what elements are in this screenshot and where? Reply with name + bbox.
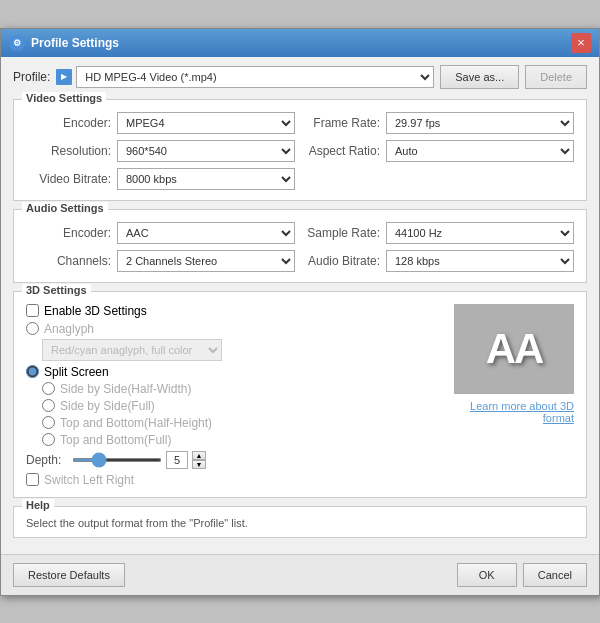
help-section: Help Select the output format from the "… xyxy=(13,506,587,538)
resolution-label: Resolution: xyxy=(26,144,111,158)
save-as-button[interactable]: Save as... xyxy=(440,65,519,89)
depth-row: Depth: ▲ ▼ xyxy=(26,451,444,469)
delete-button[interactable]: Delete xyxy=(525,65,587,89)
preview-box: AA xyxy=(454,304,574,394)
learn-more-link[interactable]: Learn more about 3D format xyxy=(454,400,574,424)
3d-left: Enable 3D Settings Anaglyph Red/cyan ana… xyxy=(26,304,444,487)
top-bottom-full-radio[interactable] xyxy=(42,433,55,446)
video-settings-grid: Encoder: MPEG4 Frame Rate: 29.97 fps Res… xyxy=(26,112,574,190)
help-text: Select the output format from the "Profi… xyxy=(26,517,574,529)
video-bitrate-label: Video Bitrate: xyxy=(26,172,111,186)
sample-rate-select[interactable]: 44100 Hz xyxy=(386,222,574,244)
audio-bitrate-label: Audio Bitrate: xyxy=(305,254,380,268)
cancel-button[interactable]: Cancel xyxy=(523,563,587,587)
footer: Restore Defaults OK Cancel xyxy=(1,554,599,595)
audio-bitrate-select[interactable]: 128 kbps xyxy=(386,250,574,272)
switch-lr-label: Switch Left Right xyxy=(44,473,134,487)
encoder-row: Encoder: MPEG4 xyxy=(26,112,295,134)
split-screen-radio[interactable] xyxy=(26,365,39,378)
preview-text: AA xyxy=(486,325,543,373)
audio-encoder-select[interactable]: AAC xyxy=(117,222,295,244)
channels-label: Channels: xyxy=(26,254,111,268)
side-by-side-half-label: Side by Side(Half-Width) xyxy=(60,382,191,396)
audio-encoder-row: Encoder: AAC xyxy=(26,222,295,244)
anaglyph-label: Anaglyph xyxy=(44,322,94,336)
side-by-side-full-label: Side by Side(Full) xyxy=(60,399,155,413)
audio-bitrate-row: Audio Bitrate: 128 kbps xyxy=(305,250,574,272)
profile-row: Profile: ▶ HD MPEG-4 Video (*.mp4) Save … xyxy=(13,65,587,89)
audio-settings-grid: Encoder: AAC Sample Rate: 44100 Hz Chann… xyxy=(26,222,574,272)
enable-3d-checkbox[interactable] xyxy=(26,304,39,317)
profile-select[interactable]: HD MPEG-4 Video (*.mp4) xyxy=(76,66,434,88)
profile-settings-window: ⚙ Profile Settings × Profile: ▶ HD MPEG-… xyxy=(0,28,600,596)
footer-right-buttons: OK Cancel xyxy=(457,563,587,587)
audio-settings-title: Audio Settings xyxy=(22,202,108,214)
sample-rate-label: Sample Rate: xyxy=(305,226,380,240)
video-bitrate-row: Video Bitrate: 8000 kbps xyxy=(26,168,295,190)
anaglyph-radio[interactable] xyxy=(26,322,39,335)
title-bar-left: ⚙ Profile Settings xyxy=(9,35,119,51)
main-content: Profile: ▶ HD MPEG-4 Video (*.mp4) Save … xyxy=(1,57,599,554)
window-title: Profile Settings xyxy=(31,36,119,50)
restore-defaults-button[interactable]: Restore Defaults xyxy=(13,563,125,587)
profile-label: Profile: xyxy=(13,70,50,84)
side-by-side-half-row: Side by Side(Half-Width) xyxy=(42,382,444,396)
aspect-ratio-select[interactable]: Auto xyxy=(386,140,574,162)
depth-up-button[interactable]: ▲ xyxy=(192,451,206,460)
3d-content: Enable 3D Settings Anaglyph Red/cyan ana… xyxy=(26,304,574,487)
close-button[interactable]: × xyxy=(571,33,591,53)
top-bottom-full-row: Top and Bottom(Full) xyxy=(42,433,444,447)
top-bottom-half-label: Top and Bottom(Half-Height) xyxy=(60,416,212,430)
depth-spinbutton: ▲ ▼ xyxy=(192,451,206,469)
3d-right: AA Learn more about 3D format xyxy=(454,304,574,487)
side-by-side-full-radio[interactable] xyxy=(42,399,55,412)
top-bottom-half-radio[interactable] xyxy=(42,416,55,429)
side-by-side-full-row: Side by Side(Full) xyxy=(42,399,444,413)
enable-3d-label: Enable 3D Settings xyxy=(44,304,147,318)
anaglyph-select[interactable]: Red/cyan anaglyph, full color xyxy=(42,339,222,361)
enable-3d-row: Enable 3D Settings xyxy=(26,304,444,318)
help-title: Help xyxy=(22,499,54,511)
side-by-side-half-radio[interactable] xyxy=(42,382,55,395)
resolution-select[interactable]: 960*540 xyxy=(117,140,295,162)
ok-button[interactable]: OK xyxy=(457,563,517,587)
frame-rate-label: Frame Rate: xyxy=(305,116,380,130)
frame-rate-select[interactable]: 29.97 fps xyxy=(386,112,574,134)
switch-lr-row: Switch Left Right xyxy=(26,473,444,487)
audio-settings-section: Audio Settings Encoder: AAC Sample Rate:… xyxy=(13,209,587,283)
empty-cell xyxy=(305,168,574,190)
aspect-ratio-label: Aspect Ratio: xyxy=(305,144,380,158)
depth-down-button[interactable]: ▼ xyxy=(192,460,206,469)
channels-row: Channels: 2 Channels Stereo xyxy=(26,250,295,272)
top-bottom-full-label: Top and Bottom(Full) xyxy=(60,433,171,447)
split-screen-label: Split Screen xyxy=(44,365,109,379)
video-settings-section: Video Settings Encoder: MPEG4 Frame Rate… xyxy=(13,99,587,201)
audio-encoder-label: Encoder: xyxy=(26,226,111,240)
depth-label: Depth: xyxy=(26,453,66,467)
channels-select[interactable]: 2 Channels Stereo xyxy=(117,250,295,272)
title-bar: ⚙ Profile Settings × xyxy=(1,29,599,57)
profile-icon: ▶ xyxy=(56,69,72,85)
aspect-ratio-row: Aspect Ratio: Auto xyxy=(305,140,574,162)
app-icon: ⚙ xyxy=(9,35,25,51)
depth-slider-wrap: ▲ ▼ xyxy=(72,451,206,469)
3d-settings-section: 3D Settings Enable 3D Settings Anaglyph xyxy=(13,291,587,498)
switch-lr-checkbox[interactable] xyxy=(26,473,39,486)
top-bottom-half-row: Top and Bottom(Half-Height) xyxy=(42,416,444,430)
encoder-label: Encoder: xyxy=(26,116,111,130)
sample-rate-row: Sample Rate: 44100 Hz xyxy=(305,222,574,244)
3d-settings-title: 3D Settings xyxy=(22,284,91,296)
anaglyph-row: Anaglyph xyxy=(26,322,444,336)
depth-slider[interactable] xyxy=(72,458,162,462)
video-settings-title: Video Settings xyxy=(22,92,106,104)
anaglyph-select-row: Red/cyan anaglyph, full color xyxy=(42,339,444,361)
resolution-row: Resolution: 960*540 xyxy=(26,140,295,162)
frame-rate-row: Frame Rate: 29.97 fps xyxy=(305,112,574,134)
profile-select-wrap: ▶ HD MPEG-4 Video (*.mp4) xyxy=(56,66,434,88)
video-bitrate-select[interactable]: 8000 kbps xyxy=(117,168,295,190)
encoder-select[interactable]: MPEG4 xyxy=(117,112,295,134)
split-screen-row: Split Screen xyxy=(26,365,444,379)
depth-input[interactable] xyxy=(166,451,188,469)
